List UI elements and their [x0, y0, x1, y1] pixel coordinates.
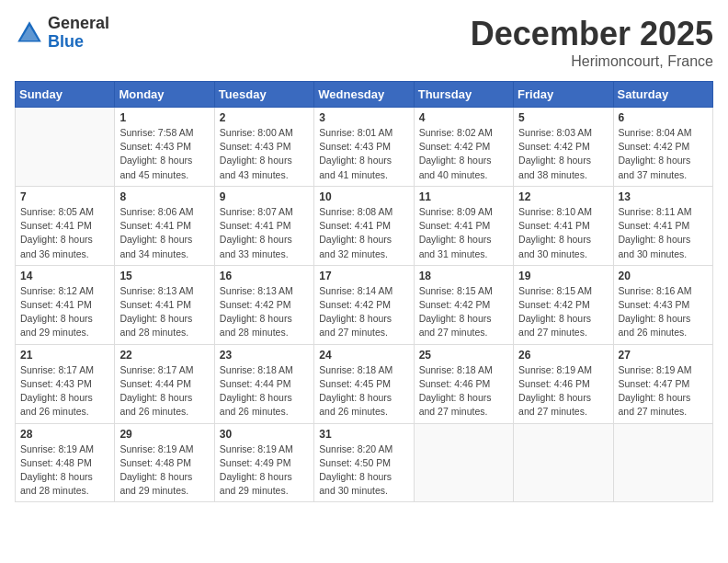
logo: General Blue — [15, 15, 109, 52]
day-number: 24 — [319, 349, 408, 362]
calendar-cell: 14Sunrise: 8:12 AMSunset: 4:41 PMDayligh… — [16, 265, 115, 344]
calendar-cell: 12Sunrise: 8:10 AMSunset: 4:41 PMDayligh… — [514, 186, 613, 265]
calendar-cell — [613, 423, 712, 502]
day-number: 10 — [319, 190, 408, 203]
calendar-cell: 11Sunrise: 8:09 AMSunset: 4:41 PMDayligh… — [414, 186, 513, 265]
day-header-monday: Monday — [115, 82, 214, 108]
calendar-cell: 21Sunrise: 8:17 AMSunset: 4:43 PMDayligh… — [16, 344, 115, 423]
calendar-header-row: SundayMondayTuesdayWednesdayThursdayFrid… — [16, 82, 713, 108]
day-header-tuesday: Tuesday — [214, 82, 313, 108]
cell-info: Sunrise: 8:19 AMSunset: 4:48 PMDaylight:… — [20, 442, 109, 499]
cell-info: Sunrise: 8:17 AMSunset: 4:43 PMDaylight:… — [20, 363, 109, 419]
calendar-cell: 3Sunrise: 8:01 AMSunset: 4:43 PMDaylight… — [314, 108, 414, 187]
calendar-cell: 4Sunrise: 8:02 AMSunset: 4:42 PMDaylight… — [414, 108, 513, 187]
cell-info: Sunrise: 8:05 AMSunset: 4:41 PMDaylight:… — [20, 205, 109, 261]
cell-info: Sunrise: 8:19 AMSunset: 4:48 PMDaylight:… — [119, 442, 209, 499]
day-number: 7 — [20, 190, 109, 203]
calendar-cell: 15Sunrise: 8:13 AMSunset: 4:41 PMDayligh… — [115, 265, 214, 344]
calendar-cell: 22Sunrise: 8:17 AMSunset: 4:44 PMDayligh… — [115, 344, 214, 423]
cell-info: Sunrise: 8:15 AMSunset: 4:42 PMDaylight:… — [419, 284, 508, 340]
calendar-cell: 27Sunrise: 8:19 AMSunset: 4:47 PMDayligh… — [613, 344, 712, 423]
month-title: December 2025 — [471, 15, 713, 53]
calendar-cell: 1Sunrise: 7:58 AMSunset: 4:43 PMDaylight… — [115, 108, 214, 187]
day-number: 16 — [220, 270, 309, 282]
day-number: 28 — [20, 428, 109, 441]
day-number: 2 — [220, 111, 309, 124]
day-number: 17 — [319, 270, 408, 282]
calendar-cell: 17Sunrise: 8:14 AMSunset: 4:42 PMDayligh… — [314, 265, 414, 344]
cell-info: Sunrise: 8:15 AMSunset: 4:42 PMDaylight:… — [518, 284, 608, 340]
day-number: 8 — [119, 190, 209, 203]
day-number: 13 — [619, 190, 708, 203]
day-number: 18 — [419, 270, 508, 282]
cell-info: Sunrise: 8:14 AMSunset: 4:42 PMDaylight:… — [319, 284, 408, 340]
cell-info: Sunrise: 8:13 AMSunset: 4:41 PMDaylight:… — [119, 284, 209, 340]
day-number: 4 — [419, 111, 508, 124]
day-number: 30 — [220, 428, 309, 441]
day-header-thursday: Thursday — [414, 82, 513, 108]
day-number: 11 — [419, 190, 508, 203]
page-header: General Blue December 2025 Herimoncourt,… — [15, 15, 713, 70]
calendar-cell: 30Sunrise: 8:19 AMSunset: 4:49 PMDayligh… — [214, 423, 313, 502]
calendar-cell: 24Sunrise: 8:18 AMSunset: 4:45 PMDayligh… — [314, 344, 414, 423]
calendar-week-row: 1Sunrise: 7:58 AMSunset: 4:43 PMDaylight… — [16, 108, 713, 187]
cell-info: Sunrise: 7:58 AMSunset: 4:43 PMDaylight:… — [119, 126, 209, 182]
cell-info: Sunrise: 8:20 AMSunset: 4:50 PMDaylight:… — [319, 442, 408, 499]
day-number: 29 — [119, 428, 209, 441]
day-header-sunday: Sunday — [16, 82, 115, 108]
cell-info: Sunrise: 8:01 AMSunset: 4:43 PMDaylight:… — [319, 126, 408, 182]
calendar-cell — [514, 423, 613, 502]
calendar-week-row: 7Sunrise: 8:05 AMSunset: 4:41 PMDaylight… — [16, 186, 713, 265]
day-number: 12 — [518, 190, 608, 203]
cell-info: Sunrise: 8:03 AMSunset: 4:42 PMDaylight:… — [518, 126, 608, 182]
location: Herimoncourt, France — [471, 53, 713, 70]
calendar-week-row: 14Sunrise: 8:12 AMSunset: 4:41 PMDayligh… — [16, 265, 713, 344]
cell-info: Sunrise: 8:17 AMSunset: 4:44 PMDaylight:… — [119, 363, 209, 419]
calendar-week-row: 28Sunrise: 8:19 AMSunset: 4:48 PMDayligh… — [16, 423, 713, 502]
day-number: 9 — [220, 190, 309, 203]
day-number: 21 — [20, 349, 109, 362]
cell-info: Sunrise: 8:13 AMSunset: 4:42 PMDaylight:… — [220, 284, 309, 340]
day-number: 31 — [319, 428, 408, 441]
calendar-cell: 13Sunrise: 8:11 AMSunset: 4:41 PMDayligh… — [613, 186, 712, 265]
calendar-cell: 9Sunrise: 8:07 AMSunset: 4:41 PMDaylight… — [214, 186, 313, 265]
calendar-cell: 2Sunrise: 8:00 AMSunset: 4:43 PMDaylight… — [214, 108, 313, 187]
day-number: 19 — [518, 270, 608, 282]
calendar-cell: 7Sunrise: 8:05 AMSunset: 4:41 PMDaylight… — [16, 186, 115, 265]
cell-info: Sunrise: 8:19 AMSunset: 4:49 PMDaylight:… — [220, 442, 309, 499]
calendar-cell — [16, 108, 115, 187]
cell-info: Sunrise: 8:06 AMSunset: 4:41 PMDaylight:… — [119, 205, 209, 261]
calendar-cell: 23Sunrise: 8:18 AMSunset: 4:44 PMDayligh… — [214, 344, 313, 423]
calendar-cell: 20Sunrise: 8:16 AMSunset: 4:43 PMDayligh… — [613, 265, 712, 344]
calendar-cell: 8Sunrise: 8:06 AMSunset: 4:41 PMDaylight… — [115, 186, 214, 265]
cell-info: Sunrise: 8:10 AMSunset: 4:41 PMDaylight:… — [518, 205, 608, 261]
day-number: 26 — [518, 349, 608, 362]
calendar-cell: 16Sunrise: 8:13 AMSunset: 4:42 PMDayligh… — [214, 265, 313, 344]
calendar-cell — [414, 423, 513, 502]
cell-info: Sunrise: 8:04 AMSunset: 4:42 PMDaylight:… — [619, 126, 708, 182]
day-number: 25 — [419, 349, 508, 362]
title-block: December 2025 Herimoncourt, France — [471, 15, 713, 70]
calendar-cell: 29Sunrise: 8:19 AMSunset: 4:48 PMDayligh… — [115, 423, 214, 502]
calendar-cell: 10Sunrise: 8:08 AMSunset: 4:41 PMDayligh… — [314, 186, 414, 265]
day-number: 22 — [119, 349, 209, 362]
day-number: 27 — [619, 349, 708, 362]
day-number: 20 — [619, 270, 708, 282]
day-number: 15 — [119, 270, 209, 282]
cell-info: Sunrise: 8:08 AMSunset: 4:41 PMDaylight:… — [319, 205, 408, 261]
cell-info: Sunrise: 8:12 AMSunset: 4:41 PMDaylight:… — [20, 284, 109, 340]
calendar-cell: 19Sunrise: 8:15 AMSunset: 4:42 PMDayligh… — [514, 265, 613, 344]
logo-text: General Blue — [48, 15, 109, 52]
cell-info: Sunrise: 8:18 AMSunset: 4:46 PMDaylight:… — [419, 363, 508, 419]
cell-info: Sunrise: 8:02 AMSunset: 4:42 PMDaylight:… — [419, 126, 508, 182]
calendar-cell: 5Sunrise: 8:03 AMSunset: 4:42 PMDaylight… — [514, 108, 613, 187]
cell-info: Sunrise: 8:09 AMSunset: 4:41 PMDaylight:… — [419, 205, 508, 261]
cell-info: Sunrise: 8:18 AMSunset: 4:44 PMDaylight:… — [220, 363, 309, 419]
day-number: 3 — [319, 111, 408, 124]
day-number: 5 — [518, 111, 608, 124]
calendar-table: SundayMondayTuesdayWednesdayThursdayFrid… — [15, 81, 713, 502]
calendar-cell: 31Sunrise: 8:20 AMSunset: 4:50 PMDayligh… — [314, 423, 414, 502]
day-number: 14 — [20, 270, 109, 282]
calendar-week-row: 21Sunrise: 8:17 AMSunset: 4:43 PMDayligh… — [16, 344, 713, 423]
calendar-cell: 25Sunrise: 8:18 AMSunset: 4:46 PMDayligh… — [414, 344, 513, 423]
